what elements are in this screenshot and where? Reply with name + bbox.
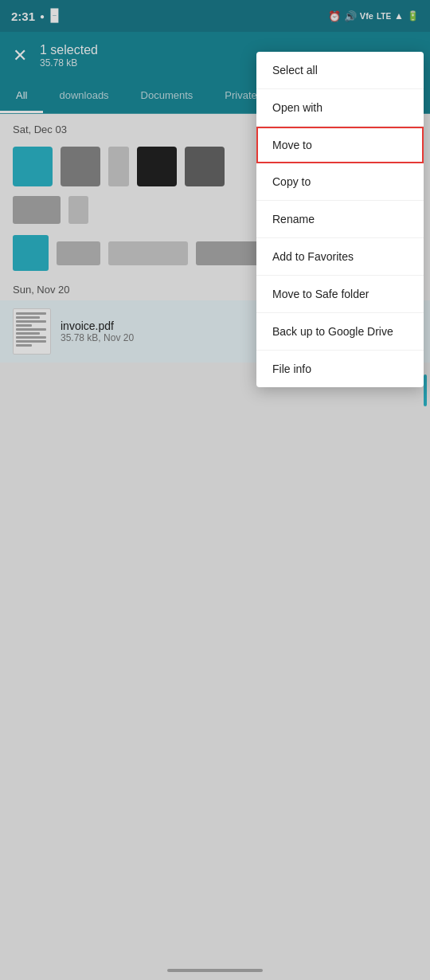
menu-item-select-all[interactable]: Select all — [256, 52, 424, 89]
menu-item-rename[interactable]: Rename — [256, 201, 424, 238]
menu-item-copy-to[interactable]: Copy to — [256, 163, 424, 201]
menu-item-move-safe[interactable]: Move to Safe folder — [256, 276, 424, 313]
menu-item-move-to[interactable]: Move to — [256, 127, 424, 163]
menu-item-open-with[interactable]: Open with — [256, 89, 424, 127]
menu-item-file-info[interactable]: File info — [256, 351, 424, 387]
menu-item-backup-drive[interactable]: Back up to Google Drive — [256, 313, 424, 351]
context-menu: Select all Open with Move to Copy to Ren… — [256, 52, 424, 387]
menu-item-add-favorites[interactable]: Add to Favorites — [256, 238, 424, 276]
